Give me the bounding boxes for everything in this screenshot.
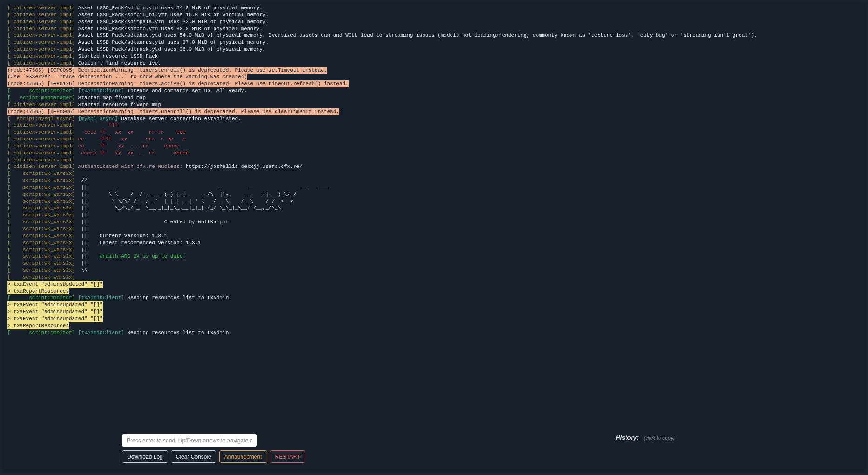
console-log[interactable]: [ citizen-server-impl] Asset LSSD_Pack/s… — [3, 3, 865, 429]
console-line: [ script:wk_wars2x] || \ \ / / _ _ _ (_)… — [7, 191, 861, 198]
console-line: [ citizen-server-impl] cc ffff xx rrr r … — [7, 136, 861, 143]
history-hint: (click to copy) — [644, 435, 675, 441]
console-line: [ citizen-server-impl] Asset LSSD_Pack/s… — [7, 46, 861, 53]
console-line: [ citizen-server-impl] Couldn't find res… — [7, 60, 861, 67]
history-title: History: — [616, 434, 639, 441]
console-line: [ citizen-server-impl] Asset LSSD_Pack/s… — [7, 12, 861, 19]
console-line: [ script:wk_wars2x] \\ — [7, 267, 861, 274]
console-line: [ script:wk_wars2x] || Wraith ARS 2X is … — [7, 253, 861, 260]
console-line: [ script:monitor] [txAdminClient] Sendin… — [7, 329, 861, 336]
console-line: [ citizen-server-impl] Authenticated wit… — [7, 163, 861, 170]
console-line: [ citizen-server-impl] cccc ff xx xx rr … — [7, 129, 861, 136]
console-line: [ citizen-server-impl] fff — [7, 122, 861, 129]
console-line: (node:47565) [DEP0096] DeprecationWarnin… — [7, 108, 861, 115]
console-line: [ citizen-server-impl] Asset LSSD_Pack/s… — [7, 39, 861, 46]
console-line: [ script:wk_wars2x] — [7, 170, 861, 177]
console-line: > txaReportResources — [7, 288, 861, 295]
console-line: [ script:wk_wars2x] || — [7, 247, 861, 254]
console-line: [ script:mysql-async] [mysql-async] Data… — [7, 115, 861, 122]
console-line: [ script:monitor] [txAdminClient] Sendin… — [7, 294, 861, 301]
console-line: [ citizen-server-impl] cc ff xx ... rr e… — [7, 143, 861, 150]
console-line: [ script:wk_wars2x] || — [7, 260, 861, 267]
console-line: [ script:wk_wars2x] || — [7, 226, 861, 233]
console-line: [ script:wk_wars2x] || __ __ __ ___ ____ — [7, 184, 861, 191]
console-line: [ citizen-server-impl] — [7, 157, 861, 164]
console-line: (node:47565) [DEP0095] DeprecationWarnin… — [7, 67, 861, 74]
toolbar-center: Download Log Clear Console Announcement … — [122, 434, 305, 463]
restart-button[interactable]: RESTART — [270, 450, 306, 463]
console-line: [ citizen-server-impl] Asset LSSD_Pack/s… — [7, 32, 861, 39]
console-input[interactable] — [122, 434, 257, 447]
console-line: (Use `FXServer --trace-deprecation ...` … — [7, 74, 861, 80]
console-line: [ citizen-server-impl] Asset LSSD_Pack/s… — [7, 19, 861, 26]
console-line: (node:47565) [DEP0126] DeprecationWarnin… — [7, 80, 861, 87]
clear-console-button[interactable]: Clear Console — [171, 450, 216, 463]
history-panel: History: (click to copy) — [616, 434, 858, 441]
console-line: > txaEvent "adminsUpdated" "[]" — [7, 281, 861, 288]
console-line: [ script:wk_wars2x] || Latest recommende… — [7, 240, 861, 247]
console-line: [ citizen-server-impl] Started resource … — [7, 53, 861, 60]
toolbar: Download Log Clear Console Announcement … — [3, 429, 865, 469]
console-line: > txaEvent "adminsUpdated" "[]" — [7, 315, 861, 322]
console-line: [ citizen-server-impl] Asset LSSD_Pack/s… — [7, 26, 861, 33]
console-card: [ citizen-server-impl] Asset LSSD_Pack/s… — [3, 3, 865, 469]
console-line: [ script:wk_wars2x] // — [7, 177, 861, 184]
console-line: > txaEvent "adminsUpdated" "[]" — [7, 301, 861, 308]
console-line: [ citizen-server-impl] Asset LSSD_Pack/s… — [7, 5, 861, 12]
console-line: [ script:wk_wars2x] || — [7, 212, 861, 219]
console-line: [ script:monitor] [txAdminClient] Thread… — [7, 87, 861, 94]
console-line: [ script:wk_wars2x] || \_/\_/|_| \__,_|_… — [7, 205, 861, 212]
console-line: [ citizen-server-impl] Started resource … — [7, 101, 861, 108]
console-line: [ script:mapmanager] Started map fivepd-… — [7, 94, 861, 101]
console-line: [ script:wk_wars2x] || Current version: … — [7, 233, 861, 240]
announcement-button[interactable]: Announcement — [219, 450, 267, 463]
console-line: [ script:wk_wars2x] — [7, 274, 861, 281]
button-row: Download Log Clear Console Announcement … — [122, 450, 305, 463]
console-line: [ citizen-server-impl] ccccc ff xx xx ..… — [7, 150, 861, 157]
console-line: [ script:wk_wars2x] || \ \/\/ / '_/ _` |… — [7, 198, 861, 205]
download-log-button[interactable]: Download Log — [122, 450, 168, 463]
console-line: > txaReportResources — [7, 322, 861, 329]
page-wrap: [ citizen-server-impl] Asset LSSD_Pack/s… — [0, 0, 868, 475]
console-line: > txaEvent "adminsUpdated" "[]" — [7, 308, 861, 315]
console-line: [ script:wk_wars2x] || Created by WolfKn… — [7, 219, 861, 226]
